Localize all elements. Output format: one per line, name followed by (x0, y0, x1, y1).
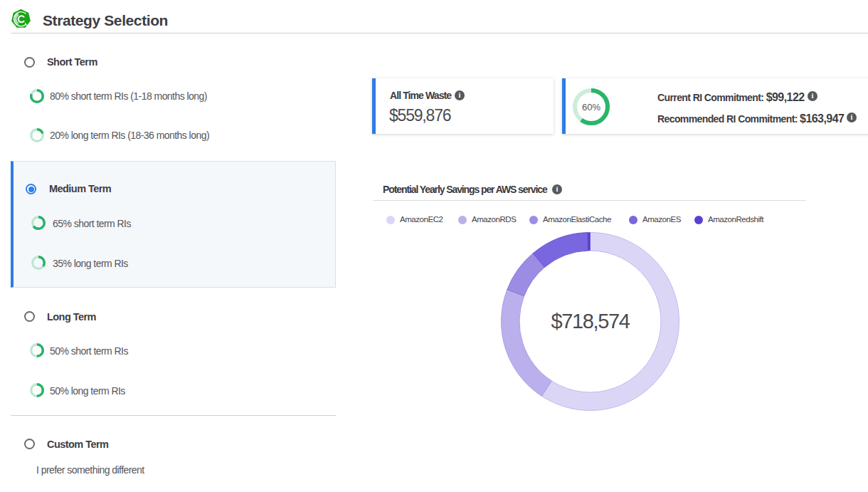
svg-text:60%: 60% (582, 102, 600, 112)
